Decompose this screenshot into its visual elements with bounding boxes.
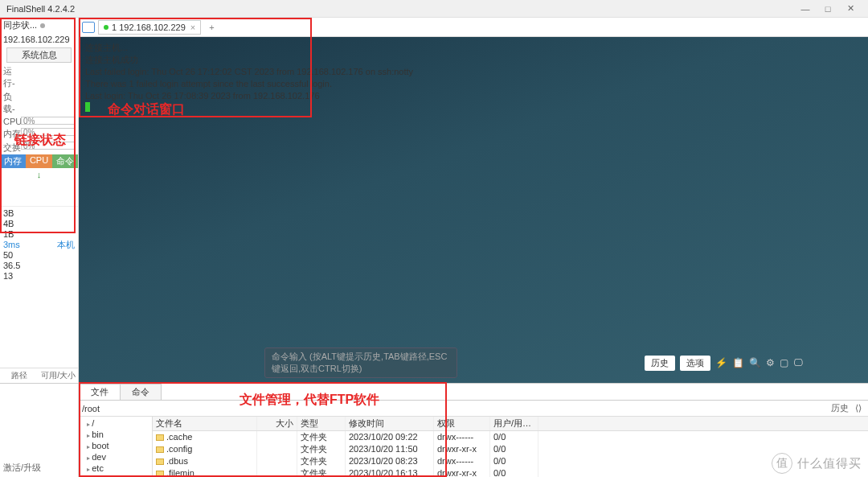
fm-tabs: 文件 命令 xyxy=(79,384,868,401)
file-list: 文件名 大小 类型 修改时间 权限 用户/用户组 .cache文件夹2023/1… xyxy=(153,417,868,477)
tab-cpu[interactable]: CPU xyxy=(26,154,51,168)
network-stats: 3B 4B 1B 3ms本机 50 36.5 13 xyxy=(0,207,78,283)
folder-icon xyxy=(156,458,164,465)
col-date[interactable]: 修改时间 xyxy=(346,417,434,430)
expand-icon[interactable]: ▢ xyxy=(780,357,788,369)
file-row[interactable]: .filemin文件夹2023/10/20 16:13drwxr-xr-x0/0 xyxy=(153,467,868,477)
system-info-button[interactable]: 系统信息 xyxy=(6,47,72,63)
bolt-icon[interactable]: ⚡ xyxy=(715,357,727,369)
tab-files[interactable]: 文件 xyxy=(79,384,121,400)
folder-icon xyxy=(156,434,164,441)
tab-close-icon[interactable]: × xyxy=(190,23,195,32)
search-icon[interactable]: 🔍 xyxy=(749,357,761,369)
add-tab-button[interactable]: + xyxy=(204,23,219,32)
stat-cpu-label: CPU xyxy=(3,117,21,126)
sidebar-bottom: 路径 可用/大小 xyxy=(0,368,78,383)
tree-node[interactable]: dev xyxy=(80,452,150,463)
tree-node[interactable]: boot xyxy=(80,441,150,452)
title-bar: FinalShell 4.2.4.2 — □ ✕ xyxy=(0,0,868,18)
tab-memory[interactable]: 内存 xyxy=(0,154,26,168)
term-line: 连接主机成功 xyxy=(85,54,862,66)
annotation-label-3: 文件管理，代替FTP软件 xyxy=(240,392,379,409)
status-dot-icon xyxy=(40,23,45,28)
folder-tree[interactable]: / bin boot dev etc home lib lib64 xyxy=(79,417,153,477)
maximize-button[interactable]: □ xyxy=(817,4,839,14)
nav-buttons[interactable]: ⟨⟩ xyxy=(852,403,865,413)
file-header: 文件名 大小 类型 修改时间 权限 用户/用户组 xyxy=(153,417,868,431)
annotation-label-1: 链接状态 xyxy=(14,132,66,149)
activate-link[interactable]: 激活/升级 xyxy=(3,462,41,474)
stat-load-label: 负载- xyxy=(3,91,21,115)
tab-label: 1 192.168.102.229 xyxy=(112,23,186,32)
cursor-icon xyxy=(85,102,90,112)
connected-dot-icon xyxy=(104,25,108,30)
arrow-down-icon: ↓ xyxy=(0,168,78,181)
bottom-panel: 激活/升级 文件管理，代替FTP软件 文件 命令 /root 历史 ⟨⟩ / b… xyxy=(0,383,868,477)
watermark-icon: 值 xyxy=(772,453,792,474)
tab-command[interactable]: 命令 xyxy=(52,154,78,168)
col-owner[interactable]: 用户/用户组 xyxy=(490,417,538,430)
command-bar: 命令输入 (按ALT键提示历史,TAB键路径,ESC键返回,双击CTRL切换) … xyxy=(144,347,803,378)
clipboard-icon[interactable]: 📋 xyxy=(732,357,744,369)
app-title: FinalShell 4.2.4.2 xyxy=(6,4,794,14)
folder-icon xyxy=(156,471,164,477)
tab-commands[interactable]: 命令 xyxy=(120,384,162,400)
tree-node[interactable]: etc xyxy=(80,463,150,475)
annotation-label-2: 命令对话窗口 xyxy=(108,103,185,115)
terminal-tab[interactable]: 1 192.168.102.229 × xyxy=(98,20,201,35)
command-input[interactable]: 命令输入 (按ALT键提示历史,TAB键路径,ESC键返回,双击CTRL切换) xyxy=(264,347,457,378)
folder-icon xyxy=(156,446,164,453)
file-manager: 文件管理，代替FTP软件 文件 命令 /root 历史 ⟨⟩ / bin boo… xyxy=(79,384,868,477)
sidebar: 链接状态 同步状... 192.168.102.229 系统信息 运行- 负载-… xyxy=(0,18,79,383)
gear-icon[interactable]: ⚙ xyxy=(766,357,775,369)
col-size[interactable]: 大小 xyxy=(257,417,297,430)
path-label[interactable]: 路径 xyxy=(0,368,39,383)
col-type[interactable]: 类型 xyxy=(297,417,346,430)
history-button[interactable]: 历史 xyxy=(828,402,852,414)
col-name[interactable]: 文件名 xyxy=(153,417,257,430)
current-path[interactable]: /root xyxy=(82,404,828,413)
path-bar: /root 历史 ⟨⟩ xyxy=(79,401,868,417)
term-line: 连接主机... xyxy=(85,42,862,54)
file-row[interactable]: .cache文件夹2023/10/20 09:22drwx------0/0 xyxy=(153,431,868,443)
sidebar-tabs: 内存 CPU 命令 xyxy=(0,154,78,168)
term-line: Last failed login: Thu Oct 26 17:12:02 C… xyxy=(85,66,862,78)
tree-node[interactable]: / xyxy=(80,418,150,430)
watermark-text: 什么值得买 xyxy=(797,456,862,471)
monitor-icon[interactable]: 🖵 xyxy=(793,357,803,369)
tree-node[interactable]: bin xyxy=(80,430,150,441)
col-perm[interactable]: 权限 xyxy=(434,417,490,430)
terminal[interactable]: 命令对话窗口 连接主机... 连接主机成功 Last failed login:… xyxy=(79,37,868,383)
term-line: There was 1 failed login attempt since t… xyxy=(85,78,862,90)
size-label[interactable]: 可用/大小 xyxy=(39,368,79,383)
ip-address[interactable]: 192.168.102.229 xyxy=(0,33,78,46)
chart-area: ↓ xyxy=(0,168,78,207)
file-row[interactable]: .dbus文件夹2023/10/20 08:23drwx------0/0 xyxy=(153,455,868,467)
term-line: Last login: Thu Oct 26 17:08:39 2023 fro… xyxy=(85,90,862,102)
file-row[interactable]: .config文件夹2023/10/20 11:50drwxr-xr-x0/0 xyxy=(153,443,868,455)
terminal-area: 1 192.168.102.229 × + 命令对话窗口 连接主机... 连接主… xyxy=(79,18,868,383)
folder-icon[interactable] xyxy=(82,22,95,33)
cpu-bar: 0% xyxy=(21,117,75,125)
sync-status: 同步状... xyxy=(0,18,78,33)
minimize-button[interactable]: — xyxy=(794,4,817,14)
history-button[interactable]: 历史 xyxy=(645,356,675,371)
activate-panel: 激活/升级 xyxy=(0,384,79,477)
watermark: 值 什么值得买 xyxy=(772,453,862,474)
stat-run-label: 运行- xyxy=(3,65,21,89)
options-button[interactable]: 选项 xyxy=(680,356,710,371)
close-button[interactable]: ✕ xyxy=(839,3,862,14)
terminal-tabbar: 1 192.168.102.229 × + xyxy=(79,18,868,37)
